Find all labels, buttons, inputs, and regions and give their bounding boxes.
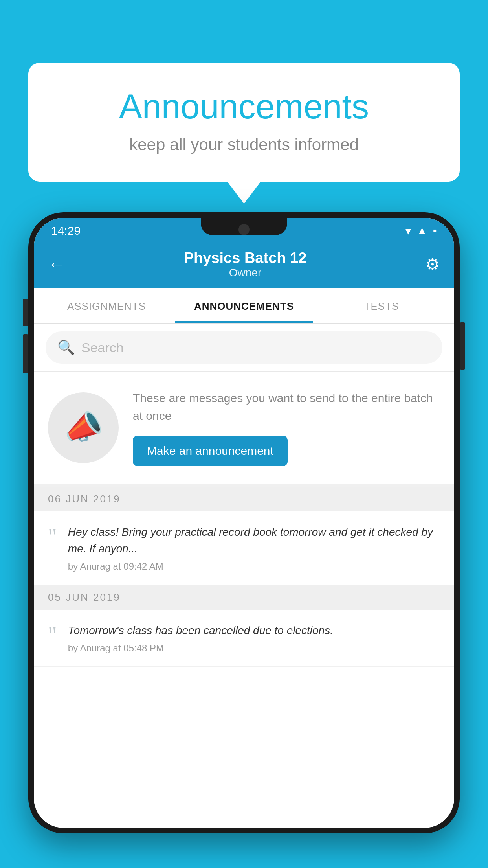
phone-container: 14:29 ▾ ▲ ▪ ← Physics Batch 12 Owner ⚙: [28, 212, 460, 868]
header-subtitle: Owner: [65, 267, 425, 279]
settings-button[interactable]: ⚙: [425, 255, 440, 274]
bubble-subtitle: keep all your students informed: [60, 135, 428, 154]
make-announcement-button[interactable]: Make an announcement: [133, 436, 288, 466]
phone-screen: 14:29 ▾ ▲ ▪ ← Physics Batch 12 Owner ⚙: [34, 218, 454, 828]
tab-tests[interactable]: TESTS: [313, 288, 450, 323]
announcement-intro: 📣 These are messages you want to send to…: [34, 372, 454, 487]
bubble-title: Announcements: [60, 86, 428, 127]
search-container: 🔍 Search: [34, 324, 454, 372]
quote-icon-2: ": [48, 624, 57, 646]
announcement-content-1: Hey class! Bring your practical record b…: [68, 524, 440, 572]
announcement-text-2: Tomorrow's class has been cancelled due …: [68, 622, 440, 639]
battery-icon: ▪: [433, 224, 437, 237]
search-placeholder: Search: [81, 340, 124, 355]
volume-down-button: [23, 334, 28, 373]
phone-notch: [201, 218, 287, 235]
signal-icon: ▲: [416, 224, 427, 237]
megaphone-icon: 📣: [61, 406, 106, 449]
announcement-item-1[interactable]: " Hey class! Bring your practical record…: [34, 511, 454, 585]
tab-announcements[interactable]: ANNOUNCEMENTS: [175, 288, 313, 323]
speech-bubble: Announcements keep all your students inf…: [28, 63, 460, 182]
header-title-block: Physics Batch 12 Owner: [65, 250, 425, 279]
announcement-item-2[interactable]: " Tomorrow's class has been cancelled du…: [34, 610, 454, 667]
wifi-icon: ▾: [405, 224, 411, 237]
volume-up-button: [23, 299, 28, 326]
date-separator-2: 05 JUN 2019: [34, 585, 454, 610]
announcement-text-1: Hey class! Bring your practical record b…: [68, 524, 440, 557]
announcement-meta-2: by Anurag at 05:48 PM: [68, 643, 440, 654]
search-bar[interactable]: 🔍 Search: [46, 331, 442, 364]
announcement-meta-1: by Anurag at 09:42 AM: [68, 561, 440, 572]
announcement-content-2: Tomorrow's class has been cancelled due …: [68, 622, 440, 654]
announcement-intro-right: These are messages you want to send to t…: [133, 389, 440, 466]
tab-assignments[interactable]: ASSIGNMENTS: [38, 288, 175, 323]
front-camera: [238, 224, 250, 235]
back-button[interactable]: ←: [48, 254, 65, 274]
header-title: Physics Batch 12: [65, 250, 425, 267]
status-icons: ▾ ▲ ▪: [405, 224, 437, 237]
announcement-icon-circle: 📣: [48, 392, 119, 463]
search-icon: 🔍: [57, 339, 75, 356]
date-separator-1: 06 JUN 2019: [34, 487, 454, 511]
app-header: ← Physics Batch 12 Owner ⚙: [34, 241, 454, 288]
intro-description: These are messages you want to send to t…: [133, 389, 440, 425]
speech-bubble-container: Announcements keep all your students inf…: [28, 63, 460, 182]
status-time: 14:29: [51, 224, 81, 237]
tabs-bar: ASSIGNMENTS ANNOUNCEMENTS TESTS: [34, 288, 454, 324]
power-button: [460, 322, 465, 370]
phone-frame: 14:29 ▾ ▲ ▪ ← Physics Batch 12 Owner ⚙: [28, 212, 460, 833]
quote-icon-1: ": [48, 526, 57, 548]
